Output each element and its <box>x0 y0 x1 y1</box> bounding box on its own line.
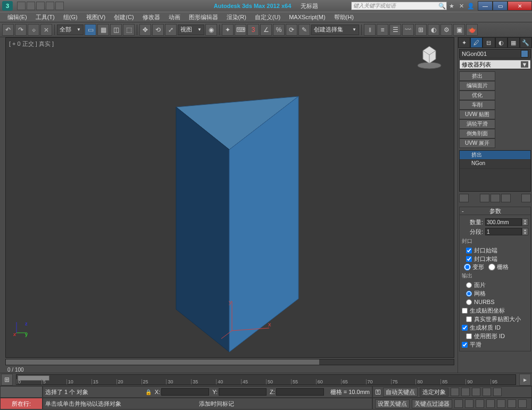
material-editor-icon[interactable]: ◐ <box>428 24 439 36</box>
stack-item-extrude[interactable]: 挤出 <box>460 151 530 160</box>
render-frame-icon[interactable]: ▣ <box>453 24 465 36</box>
select-name-icon[interactable]: ▦ <box>97 24 109 36</box>
menu-create[interactable]: 创建(C) <box>110 12 138 22</box>
star-icon[interactable]: ★ <box>448 3 455 10</box>
key-icon[interactable]: ⚿ <box>375 389 381 395</box>
menu-customize[interactable]: 自定义(U) <box>251 12 285 22</box>
out-mesh-radio[interactable] <box>466 291 472 297</box>
key-filters-button[interactable]: 关键点过滤器 <box>412 399 452 408</box>
redo-icon[interactable]: ↷ <box>15 24 27 36</box>
configure-sets-icon[interactable] <box>521 194 531 202</box>
morph-radio[interactable] <box>464 264 471 270</box>
nav-maximize-icon[interactable] <box>518 399 527 408</box>
mirror-icon[interactable]: ⦀ <box>364 24 376 36</box>
move-icon[interactable]: ✥ <box>139 24 151 36</box>
gen-ids-checkbox[interactable] <box>462 325 468 331</box>
x-coord-input[interactable] <box>161 388 209 396</box>
scale-icon[interactable]: ⤢ <box>165 24 177 36</box>
menu-views[interactable]: 视图(V) <box>82 12 110 22</box>
help-search-input[interactable]: 键入关键字或短语 <box>351 2 447 10</box>
make-unique-icon[interactable] <box>491 194 500 202</box>
z-coord-input[interactable] <box>276 388 324 396</box>
menu-tools[interactable]: 工具(T) <box>31 12 59 22</box>
menu-group[interactable]: 组(G) <box>59 12 82 22</box>
manipulate-icon[interactable]: ✦ <box>222 24 234 36</box>
align-icon[interactable]: ≡ <box>377 24 388 36</box>
add-time-tag[interactable]: 添加时间标记 <box>199 400 234 408</box>
mod-uvwmap-button[interactable]: UVW 贴图 <box>459 110 495 119</box>
mod-bevelprofile-button[interactable]: 倒角剖面 <box>459 129 495 138</box>
render-setup-icon[interactable]: ⚙ <box>440 24 452 36</box>
viewport[interactable]: [ + 0 正交 ] 真实 ] x y z x y <box>5 37 454 358</box>
use-ids-checkbox[interactable] <box>466 333 472 339</box>
mod-extrude-button[interactable]: 挤出 <box>459 71 495 81</box>
object-color-swatch[interactable] <box>521 50 528 58</box>
menu-rendering[interactable]: 渲染(R) <box>222 12 251 22</box>
snap-icon[interactable]: 3 <box>247 24 259 36</box>
mod-lathe-button[interactable]: 车削 <box>459 100 495 110</box>
goto-start-icon[interactable] <box>451 388 459 396</box>
qat-redo-icon[interactable] <box>55 2 64 10</box>
percent-snap-icon[interactable]: % <box>273 24 285 36</box>
menu-graph-editors[interactable]: 图形编辑器 <box>185 12 222 22</box>
pivot-icon[interactable]: ◉ <box>205 24 217 36</box>
rotate-icon[interactable]: ⟲ <box>152 24 164 36</box>
mod-turbosmooth-button[interactable]: 涡轮平滑 <box>459 119 495 129</box>
selected-dropdown[interactable]: 选定对象 <box>420 388 448 397</box>
goto-end-icon[interactable] <box>493 388 502 396</box>
time-ruler[interactable]: 0510152025303540455055606570758085909510… <box>16 374 516 385</box>
layers-icon[interactable]: ☰ <box>389 24 401 36</box>
smooth-checkbox[interactable] <box>462 342 468 348</box>
signin-icon[interactable]: 👤 <box>467 3 475 10</box>
render-icon[interactable]: 🫖 <box>466 24 478 36</box>
maximize-button[interactable]: ▭ <box>493 1 508 11</box>
window-crossing-icon[interactable]: ⬚ <box>123 24 135 36</box>
set-key-button[interactable]: 设置关键点 <box>375 399 410 408</box>
named-selection-dropdown[interactable]: 创建选择集▼ <box>311 24 359 35</box>
tab-create-icon[interactable]: ✦ <box>458 37 470 48</box>
mod-unwrap-button[interactable]: UVW 展开 <box>459 138 495 148</box>
stack-item-ngon[interactable]: NGon <box>460 160 530 169</box>
y-coord-input[interactable] <box>219 388 267 396</box>
cap-end-checkbox[interactable] <box>466 256 472 262</box>
amount-spinner[interactable]: ▲▼ <box>485 218 528 226</box>
tab-modify-icon[interactable]: 🖊 <box>470 37 483 48</box>
qat-open-icon[interactable] <box>27 2 35 10</box>
schematic-icon[interactable]: ⊞ <box>415 24 427 36</box>
ruler-end-icon[interactable]: ▸ <box>519 374 531 386</box>
play-icon[interactable] <box>472 388 480 396</box>
qat-undo-icon[interactable] <box>46 2 54 10</box>
next-frame-icon[interactable] <box>483 388 491 396</box>
qat-save-icon[interactable] <box>36 2 45 10</box>
spinner-snap-icon[interactable]: ⟳ <box>286 24 297 36</box>
tab-display-icon[interactable]: ▦ <box>508 37 520 48</box>
exchange-icon[interactable]: ✕ <box>458 3 465 10</box>
script-recorder[interactable]: 所在行: <box>0 398 43 409</box>
object-name-field[interactable]: NGon001 <box>459 49 531 59</box>
minimize-button[interactable]: — <box>478 1 493 11</box>
pin-stack-icon[interactable] <box>459 194 469 202</box>
edit-selection-icon[interactable]: ✎ <box>298 24 310 36</box>
viewport-label[interactable]: [ + 0 正交 ] 真实 ] <box>9 40 54 48</box>
undo-icon[interactable]: ↶ <box>2 24 14 36</box>
menu-animation[interactable]: 动画 <box>164 12 185 22</box>
menu-modifiers[interactable]: 修改器 <box>138 12 164 22</box>
segments-spinner[interactable]: ▲▼ <box>485 228 528 235</box>
script-mini-listener[interactable] <box>0 386 43 398</box>
time-scrollbar[interactable] <box>5 359 454 365</box>
menu-maxscript[interactable]: MAXScript(M) <box>285 13 329 21</box>
time-config-icon[interactable]: ⊞ <box>1 374 13 386</box>
mod-optimize-button[interactable]: 优化 <box>459 91 495 100</box>
viewcube-icon[interactable] <box>415 42 443 70</box>
nav-orbit-icon[interactable] <box>508 399 516 408</box>
ref-coord-dropdown[interactable]: 视图▼ <box>178 24 204 35</box>
nav-fov-icon[interactable] <box>486 399 495 408</box>
select-object-icon[interactable]: ▭ <box>85 24 96 36</box>
auto-key-button[interactable]: 自动关键点 <box>383 388 418 397</box>
nav-pan-icon[interactable] <box>497 399 505 408</box>
rollout-header[interactable]: -参数 <box>459 207 531 215</box>
tab-motion-icon[interactable]: ◐ <box>495 37 508 48</box>
gen-map-checkbox[interactable] <box>462 308 468 314</box>
selection-filter-dropdown[interactable]: 全部▼ <box>57 24 84 35</box>
menu-edit[interactable]: 编辑(E) <box>3 12 31 22</box>
